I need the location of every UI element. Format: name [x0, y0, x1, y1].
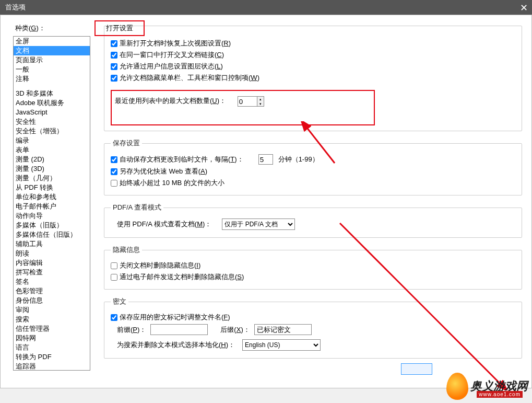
watermark-logo-icon	[446, 373, 468, 400]
category-item[interactable]: 安全性	[14, 117, 90, 126]
hide-menubar-checkbox[interactable]: 允许文档隐藏菜单栏、工具栏和窗口控制项(W)	[111, 73, 259, 83]
category-item[interactable]: 编录	[14, 136, 90, 145]
category-item[interactable]: 语言	[14, 343, 90, 352]
category-item[interactable]: 多媒体信任（旧版）	[14, 230, 90, 239]
dialog-title: 首选项	[5, 3, 26, 12]
category-item[interactable]: 一般	[14, 65, 90, 74]
locale-select[interactable]: English (US)	[242, 339, 321, 351]
category-item[interactable]: 测量 (2D)	[14, 155, 90, 164]
spinner-up-icon[interactable]: ▲	[257, 97, 264, 101]
category-item[interactable]: 多媒体（旧版）	[14, 221, 90, 230]
category-item[interactable]: 身份信息	[14, 296, 90, 305]
save-settings-group: 保存设置 自动保存文档更改到临时文件，每隔(T)： 分钟（1-99） 另存为优化…	[104, 139, 522, 195]
reduce-size-checkbox[interactable]: 始终减小超过 10 MB 的文件的大小	[111, 178, 224, 188]
recent-docs-spinner[interactable]: ▲▼	[257, 96, 264, 107]
remove-hidden-on-email-checkbox[interactable]: 通过电子邮件发送文档时删除隐藏信息(S)	[111, 272, 244, 282]
category-item[interactable]: 追踪器	[14, 362, 90, 371]
adjust-filename-checkbox[interactable]: 保存应用的密文标记时调整文件名(F)	[111, 313, 230, 322]
category-item[interactable]: Adobe 联机服务	[14, 98, 90, 108]
open-settings-group: 重新打开文档时恢复上次视图设置(R) 在同一窗口中打开交叉文档链接(C) 允许通…	[104, 26, 522, 131]
pdfa-legend: PDF/A 查看模式	[111, 203, 163, 212]
suffix-label: 后缀(X)：	[220, 325, 250, 335]
recent-docs-input[interactable]	[238, 96, 257, 107]
category-item[interactable]: 审阅	[14, 305, 90, 315]
category-item[interactable]: 页面显示	[14, 55, 90, 65]
pdfa-mode-label: 使用 PDF/A 模式查看文档(M)：	[117, 220, 211, 229]
fast-web-view-checkbox[interactable]: 另存为优化快速 Web 查看(A)	[111, 167, 207, 176]
category-item[interactable]: 注释	[14, 74, 90, 84]
category-item[interactable]: 电子邮件帐户	[14, 202, 90, 211]
hidden-info-legend: 隐藏信息	[111, 245, 142, 255]
redaction-group: 密文 保存应用的密文标记时调整文件名(F) 前缀(P)： 后缀(X)： 为搜索并…	[104, 297, 522, 359]
open-settings-legend: 打开设置	[106, 24, 133, 32]
prefix-input[interactable]	[150, 324, 208, 335]
same-window-links-checkbox[interactable]: 在同一窗口中打开交叉文档链接(C)	[111, 50, 224, 60]
category-item[interactable]: 3D 和多媒体	[14, 89, 90, 98]
category-item[interactable]: 全屏	[14, 37, 90, 46]
layer-state-checkbox[interactable]: 允许通过用户信息设置图层状态(L)	[111, 62, 223, 71]
category-label: 种类(G)：	[15, 24, 94, 33]
close-icon[interactable]: ✕	[520, 2, 528, 14]
category-item[interactable]: 单位和参考线	[14, 192, 90, 202]
category-item[interactable]: 信任管理器	[14, 324, 90, 333]
prefix-label: 前缀(P)：	[117, 325, 146, 335]
dialog-body: 种类(G)： 全屏文档页面显示一般注释3D 和多媒体Adobe 联机服务Java…	[0, 15, 532, 388]
remove-hidden-on-close-checkbox[interactable]: 关闭文档时删除隐藏信息(I)	[111, 261, 200, 270]
restore-view-checkbox[interactable]: 重新打开文档时恢复上次视图设置(R)	[111, 39, 231, 48]
locale-label: 为搜索并删除文本模式选择本地化(H)：	[117, 340, 235, 350]
category-item[interactable]: 搜索	[14, 315, 90, 324]
category-item[interactable]: 色彩管理	[14, 286, 90, 296]
watermark-url: www.aoe1.com	[477, 391, 523, 398]
save-settings-legend: 保存设置	[111, 139, 142, 148]
category-item[interactable]: 测量（几何）	[14, 174, 90, 183]
category-item[interactable]: 内容编辑	[14, 258, 90, 268]
category-item[interactable]: 朗读	[14, 249, 90, 258]
category-item[interactable]: 转换为 PDF	[14, 352, 90, 362]
redaction-legend: 密文	[111, 297, 128, 306]
category-item[interactable]: 测量 (3D)	[14, 164, 90, 174]
spinner-down-icon[interactable]: ▼	[257, 101, 264, 106]
pdfa-mode-select[interactable]: 仅用于 PDF/A 文档	[222, 218, 295, 230]
hidden-info-group: 隐藏信息 关闭文档时删除隐藏信息(I) 通过电子邮件发送文档时删除隐藏信息(S)	[104, 245, 522, 290]
category-item[interactable]: 因特网	[14, 333, 90, 343]
pdfa-group: PDF/A 查看模式 使用 PDF/A 模式查看文档(M)： 仅用于 PDF/A…	[104, 203, 522, 238]
category-item[interactable]: 从 PDF 转换	[14, 183, 90, 192]
category-item[interactable]: 文档	[14, 46, 90, 55]
category-item[interactable]: 动作向导	[14, 211, 90, 221]
category-item[interactable]: 表单	[14, 145, 90, 155]
suffix-input[interactable]	[254, 324, 312, 335]
recent-docs-label: 最近使用列表中的最大文档数量(U)：	[115, 97, 226, 105]
autosave-checkbox[interactable]: 自动保存文档更改到临时文件，每隔(T)：	[111, 155, 244, 164]
autosave-minutes-label: 分钟（1-99）	[278, 155, 319, 164]
autosave-interval-input[interactable]	[258, 154, 273, 165]
titlebar: 首选项 ✕	[0, 0, 532, 15]
recent-docs-highlight: 最近使用列表中的最大文档数量(U)： ▲▼	[111, 90, 375, 125]
category-item[interactable]: 安全性（增强）	[14, 126, 90, 136]
category-item[interactable]: 签名	[14, 277, 90, 286]
category-list[interactable]: 全屏文档页面显示一般注释3D 和多媒体Adobe 联机服务JavaScript安…	[13, 36, 90, 371]
category-item[interactable]: 辅助工具	[14, 239, 90, 249]
category-item[interactable]: 拼写检查	[14, 268, 90, 277]
watermark: 奥义游戏网 www.aoe1.com	[446, 373, 528, 400]
category-item[interactable]: JavaScript	[14, 108, 90, 117]
partial-button[interactable]	[401, 363, 432, 375]
open-settings-highlight: 打开设置	[94, 20, 145, 36]
